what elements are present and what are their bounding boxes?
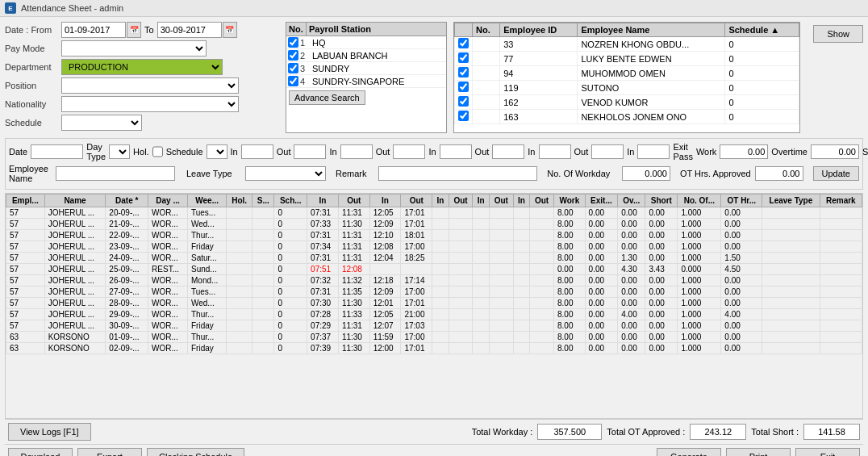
ps-checkbox[interactable] — [288, 76, 298, 86]
position-label: Position — [5, 81, 61, 90]
cell-short: 0.00 — [645, 343, 678, 354]
employee-row[interactable]: 163 NEKHOLOS JONEM ONO 0 — [455, 110, 799, 124]
table-row[interactable]: 57 JOHERUL ... 27-09-... WOR... Tues... … — [6, 287, 862, 298]
date-from-picker[interactable]: 📅 — [127, 22, 141, 38]
cell-leavetype — [762, 320, 820, 332]
cell-s — [252, 287, 274, 298]
cell-sch: 0 — [274, 332, 307, 343]
cell-exit: 0.00 — [585, 309, 618, 320]
cell-remark — [820, 264, 862, 275]
table-row[interactable]: 57 JOHERUL ... 24-09-... WOR... Satur...… — [6, 253, 862, 264]
remark-input[interactable] — [378, 166, 537, 181]
filter-in1-input[interactable] — [241, 144, 273, 159]
no-workday-input[interactable] — [622, 166, 670, 181]
date-to-picker[interactable]: 📅 — [223, 22, 237, 38]
table-row[interactable]: 63 KORSONO 02-09-... WOR... Friday 0 07:… — [6, 343, 862, 354]
filter-in4-input[interactable] — [539, 144, 571, 159]
table-row[interactable]: 57 JOHERUL ... 22-09-... WOR... Thur... … — [6, 230, 862, 241]
date-to-input[interactable] — [157, 22, 222, 38]
cell-hol — [227, 287, 252, 298]
pay-mode-select[interactable] — [61, 40, 207, 56]
cell-noof: 1.000 — [678, 287, 721, 298]
emp-no — [473, 95, 500, 110]
emp-cb[interactable] — [455, 52, 473, 66]
col-header: Leave Type — [762, 195, 820, 207]
ps-checkbox[interactable] — [288, 50, 298, 61]
emp-cb[interactable] — [455, 37, 473, 52]
view-logs-button[interactable]: View Logs [F1] — [8, 423, 91, 441]
employee-row[interactable]: 33 NOZREN KHONG OBDU... 0 — [455, 37, 799, 52]
leave-type-select[interactable] — [245, 166, 326, 181]
cell-emp: 63 — [6, 343, 45, 354]
filter-in5-input[interactable] — [637, 144, 670, 159]
show-button[interactable]: Show — [813, 25, 863, 43]
filter-schedule-select[interactable] — [207, 144, 227, 159]
filter-daytype-select[interactable] — [109, 144, 130, 159]
emp-cb[interactable] — [455, 95, 473, 110]
cell-hol — [227, 207, 252, 219]
filter-in2-input[interactable] — [340, 144, 373, 159]
table-row[interactable]: 57 JOHERUL ... 29-09-... WOR... Thur... … — [6, 309, 862, 320]
employee-row[interactable]: 119 SUTONO 0 — [455, 81, 799, 95]
filter-out4-input[interactable] — [591, 144, 624, 159]
filter-date-input[interactable] — [31, 144, 83, 159]
col-header: Out — [338, 195, 369, 207]
col-no-header: No. — [286, 23, 307, 36]
table-row[interactable]: 57 JOHERUL ... 21-09-... WOR... Wed... 0… — [6, 219, 862, 230]
filter-out1-label: Out — [277, 147, 291, 157]
cell-noof: 1.000 — [678, 343, 721, 354]
schedule-select[interactable] — [61, 115, 142, 131]
table-row[interactable]: 57 JOHERUL ... 28-09-... WOR... Wed... 0… — [6, 298, 862, 309]
table-row[interactable]: 57 JOHERUL ... 26-09-... WOR... Mond... … — [6, 275, 862, 287]
emp-cb[interactable] — [455, 110, 473, 124]
filter-out1-input[interactable] — [294, 144, 326, 159]
pay-mode-label: Pay Mode — [5, 44, 61, 53]
cell-in3 — [432, 320, 449, 332]
table-row[interactable]: 57 JOHERUL ... 25-09-... REST... Sund...… — [6, 264, 862, 275]
filter-hol-checkbox[interactable] — [152, 146, 163, 157]
filter-in3-input[interactable] — [440, 144, 472, 159]
cell-out5 — [530, 264, 554, 275]
cell-hol — [227, 309, 252, 320]
clocking-schedule-button[interactable]: Clocking Schedule — [147, 448, 244, 456]
print-button[interactable]: Print — [726, 448, 791, 456]
table-row[interactable]: 57 JOHERUL ... 30-09-... WOR... Friday 0… — [6, 320, 862, 332]
filter-out2-input[interactable] — [393, 144, 425, 159]
action-bar: Download Export Clocking Schedule Genera… — [5, 444, 863, 456]
cell-name: KORSONO — [44, 343, 106, 354]
department-select[interactable]: PRODUCTION — [61, 59, 223, 75]
cell-short: 0.00 — [645, 219, 678, 230]
col-header: Exit... — [585, 195, 618, 207]
nationality-select[interactable] — [61, 96, 239, 112]
filter-out3-input[interactable] — [492, 144, 524, 159]
cell-date: 21-09-... — [106, 219, 148, 230]
position-select[interactable] — [61, 77, 239, 94]
ot-approved-input[interactable] — [755, 166, 803, 181]
employee-row[interactable]: 94 MUHOMMOD OMEN 0 — [455, 66, 799, 81]
generate-button[interactable]: Generate — [657, 448, 721, 456]
exit-button[interactable]: Exit — [795, 448, 860, 456]
filter-work-input[interactable] — [720, 144, 768, 159]
advance-search-button[interactable]: Advance Search — [289, 90, 365, 105]
emp-name-input[interactable] — [56, 166, 175, 181]
cell-out1: 11:30 — [338, 219, 369, 230]
cell-out1: 11:32 — [338, 275, 369, 287]
ps-checkbox[interactable] — [288, 63, 298, 73]
date-from-input[interactable] — [61, 22, 126, 38]
cell-emp: 63 — [6, 332, 45, 343]
table-row[interactable]: 57 JOHERUL ... 23-09-... WOR... Friday 0… — [6, 241, 862, 253]
download-button[interactable]: Download — [8, 448, 73, 456]
emp-cb[interactable] — [455, 66, 473, 81]
employee-row[interactable]: 77 LUKY BENTE EDWEN 0 — [455, 52, 799, 66]
app-icon: E — [5, 2, 16, 14]
export-button[interactable]: Export — [77, 448, 142, 456]
cell-sch: 0 — [274, 320, 307, 332]
table-row[interactable]: 63 KORSONO 01-09-... WOR... Thur... 0 07… — [6, 332, 862, 343]
filter-ot-input[interactable] — [811, 144, 859, 159]
ps-checkbox[interactable] — [288, 37, 298, 48]
emp-cb[interactable] — [455, 81, 473, 95]
table-row[interactable]: 57 JOHERUL ... 20-09-... WOR... Tues... … — [6, 207, 862, 219]
filter-out4-label: Out — [574, 147, 589, 157]
update-button[interactable]: Update — [813, 166, 859, 181]
employee-row[interactable]: 162 VENOD KUMOR 0 — [455, 95, 799, 110]
